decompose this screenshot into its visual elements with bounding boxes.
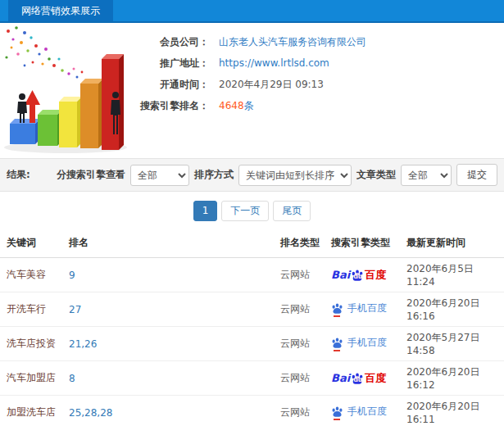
bar-green [38, 110, 62, 146]
rank-link[interactable]: 21,26 [69, 338, 97, 350]
member-company-label: 会员公司： [131, 35, 209, 49]
page-button-next[interactable]: 下一页 [221, 201, 269, 221]
bar-blue [10, 119, 40, 144]
mobile-baidu-paw-icon [331, 302, 343, 315]
article-type-label: 文章类型 [356, 168, 396, 182]
table-header-row: 关键词 排名 排名类型 搜索引擎类型 最新更新时间 [0, 229, 504, 258]
open-time-value: 2020年4月29日 09:13 [219, 78, 324, 92]
rank-cell: 25,28,28 [66, 396, 277, 426]
promo-url-link[interactable]: https://www.lrtlsd.com [219, 57, 329, 69]
filter-controls: 分搜索引擎查看 全部 排序方式 关键词由短到长排序 文章类型 全部 提交 [57, 164, 497, 186]
rank-cell: 8 [66, 361, 277, 396]
engine-cell: 手机百度 [328, 327, 403, 361]
mobile-baidu-logo-icon: 手机百度 [331, 405, 387, 419]
table-row: 开洗车行27云网站手机百度2020年6月20日 16:16 [0, 292, 504, 327]
article-type-select[interactable]: 全部 [401, 165, 452, 186]
member-company-link[interactable]: 山东老人头汽车服务咨询有限公司 [219, 35, 366, 49]
open-time-label: 开通时间： [131, 78, 209, 92]
businessman-left [17, 93, 27, 123]
result-label: 结果: [7, 168, 30, 182]
rank-type-cell: 云网站 [277, 396, 328, 426]
header-rank: 排名 [66, 229, 277, 258]
mobile-baidu-logo-icon: 手机百度 [331, 301, 387, 315]
engine-rank-count-value: 4648条 [219, 99, 254, 113]
keyword-cell: 洗车店投资 [0, 327, 66, 361]
updated-cell: 2020年5月27日 14:58 [403, 327, 504, 361]
keyword-cell: 加盟洗车店 [0, 396, 66, 426]
table-row: 汽车美容9云网站Baidu百度2020年6月5日 11:24 [0, 258, 504, 292]
table-row: 汽车加盟店8云网站Baidu百度2020年6月20日 16:12 [0, 361, 504, 396]
mobile-baidu-paw-icon [331, 337, 343, 349]
rank-link[interactable]: 25,28,28 [69, 407, 112, 419]
mobile-baidu-paw-icon [331, 406, 343, 418]
keyword-cell: 开洗车行 [0, 292, 66, 327]
engine-cell: 手机百度 [328, 396, 403, 426]
baidu-paw-icon: du [351, 372, 364, 385]
baidu-logo-icon: Baidu百度 [331, 269, 386, 282]
baidu-logo-icon: Baidu百度 [331, 372, 386, 385]
rank-cell: 21,26 [66, 327, 277, 361]
table-body: 汽车美容9云网站Baidu百度2020年6月5日 11:24开洗车行27云网站手… [0, 258, 504, 426]
confetti-dots [5, 26, 83, 78]
filter-toolbar: 结果: 分搜索引擎查看 全部 排序方式 关键词由短到长排序 文章类型 全部 提交 [0, 158, 504, 192]
updated-cell: 2020年6月5日 11:24 [403, 258, 504, 292]
baidu-paw-icon: du [351, 269, 364, 282]
keyword-cell: 汽车美容 [0, 258, 66, 292]
bar-yellow [59, 97, 82, 147]
engine-cell: 手机百度 [328, 292, 403, 327]
engine-filter-label: 分搜索引擎查看 [57, 168, 125, 182]
table-row: 加盟洗车店25,28,28云网站手机百度2020年6月20日 16:11 [0, 396, 504, 426]
mobile-baidu-logo-icon: 手机百度 [331, 336, 387, 350]
account-info-rows: 会员公司： 山东老人头汽车服务咨询有限公司 推广地址： https://www.… [131, 23, 504, 156]
header-rank-type: 排名类型 [277, 229, 328, 258]
sort-filter-label: 排序方式 [194, 168, 234, 182]
page-button-last[interactable]: 尾页 [273, 201, 311, 221]
header-keyword: 关键词 [0, 229, 66, 258]
promo-url-row: 推广地址： https://www.lrtlsd.com [131, 52, 504, 74]
rank-type-cell: 云网站 [277, 292, 328, 327]
engine-cell: Baidu百度 [328, 361, 403, 396]
submit-button[interactable]: 提交 [456, 164, 497, 186]
rank-type-cell: 云网站 [277, 361, 328, 396]
rank-cell: 27 [66, 292, 277, 327]
open-time-row: 开通时间： 2020年4月29日 09:13 [131, 74, 504, 95]
rank-link[interactable]: 9 [69, 270, 75, 281]
pagination: 1 下一页 尾页 [0, 192, 504, 229]
bar-orange [80, 79, 103, 148]
growth-chart-illustration [0, 23, 131, 154]
rank-link[interactable]: 27 [69, 304, 81, 315]
updated-cell: 2020年6月20日 16:12 [403, 361, 504, 396]
page-button-current[interactable]: 1 [193, 201, 218, 221]
engine-filter-select[interactable]: 全部 [130, 165, 189, 186]
rank-count-number: 4648 [219, 100, 244, 111]
account-info-section: 会员公司： 山东老人头汽车服务咨询有限公司 推广地址： https://www.… [0, 23, 504, 156]
engine-rank-count-label: 搜索引擎排名： [131, 99, 209, 113]
rank-link[interactable]: 8 [69, 373, 75, 384]
updated-cell: 2020年6月20日 16:16 [403, 292, 504, 327]
keyword-rank-table: 关键词 排名 排名类型 搜索引擎类型 最新更新时间 汽车美容9云网站Baidu百… [0, 229, 504, 426]
header-engine-type: 搜索引擎类型 [328, 229, 403, 258]
rank-type-cell: 云网站 [277, 258, 328, 292]
header-updated: 最新更新时间 [403, 229, 504, 258]
table-row: 洗车店投资21,26云网站手机百度2020年5月27日 14:58 [0, 327, 504, 361]
updated-cell: 2020年6月20日 16:11 [403, 396, 504, 426]
member-company-row: 会员公司： 山东老人头汽车服务咨询有限公司 [131, 31, 504, 52]
rank-count-suffix: 条 [244, 100, 254, 111]
page-title: 网络营销效果展示 [8, 0, 113, 21]
engine-rank-count-row: 搜索引擎排名： 4648条 [131, 95, 504, 116]
promo-url-label: 推广地址： [131, 57, 209, 70]
rank-cell: 9 [66, 258, 277, 292]
keyword-cell: 汽车加盟店 [0, 361, 66, 396]
top-header-bar: 网络营销效果展示 [0, 0, 504, 23]
engine-cell: Baidu百度 [328, 258, 403, 292]
rank-type-cell: 云网站 [277, 327, 328, 361]
sort-filter-select[interactable]: 关键词由短到长排序 [238, 165, 352, 186]
